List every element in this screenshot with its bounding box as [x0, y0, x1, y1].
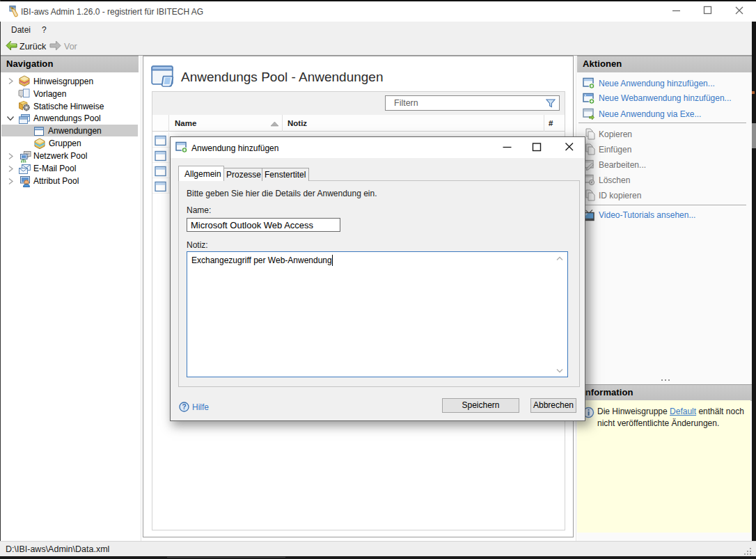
svg-text:?: ? [182, 403, 186, 411]
